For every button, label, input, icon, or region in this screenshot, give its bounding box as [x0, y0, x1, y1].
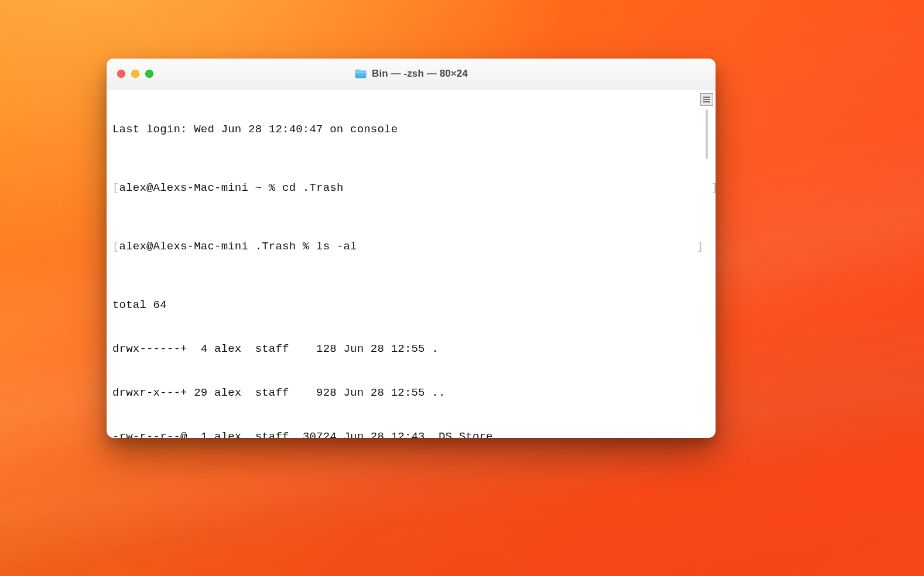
terminal-content[interactable]: Last login: Wed Jun 28 12:40:47 on conso… — [107, 90, 716, 438]
ls-row: drwxr-x---+ 29 alex staff 928 Jun 28 12:… — [112, 386, 710, 400]
command-line-1: [alex@Alexs-Mac-mini ~ % cd .Trash] — [112, 181, 710, 196]
bracket-left: [ — [112, 240, 119, 253]
terminal-output[interactable]: Last login: Wed Jun 28 12:40:47 on conso… — [112, 93, 710, 438]
typed-command: cd .Trash — [282, 181, 343, 194]
traffic-lights — [107, 70, 153, 78]
bracket-left: [ — [112, 181, 119, 194]
folder-icon — [354, 68, 367, 79]
prompt: alex@Alexs-Mac-mini .Trash % — [119, 240, 316, 253]
typed-command: ls -al — [316, 240, 357, 253]
window-title: Bin — -zsh — 80×24 — [372, 68, 468, 80]
scrollbar-menu-icon[interactable] — [700, 93, 713, 106]
window-title-area: Bin — -zsh — 80×24 — [107, 68, 716, 80]
zoom-button[interactable] — [145, 70, 153, 78]
scrollbar-thumb[interactable] — [706, 109, 708, 159]
minimize-button[interactable] — [131, 70, 139, 78]
ls-total: total 64 — [112, 298, 710, 313]
ls-row: drwx------+ 4 alex staff 128 Jun 28 12:5… — [112, 342, 710, 356]
close-button[interactable] — [117, 70, 125, 78]
last-login-line: Last login: Wed Jun 28 12:40:47 on conso… — [112, 122, 710, 137]
prompt: alex@Alexs-Mac-mini ~ % — [119, 181, 282, 194]
desktop-background: Bin — -zsh — 80×24 Last login: Wed Jun 2… — [0, 0, 924, 576]
terminal-window: Bin — -zsh — 80×24 Last login: Wed Jun 2… — [107, 59, 716, 438]
ls-row: -rw-r--r--@ 1 alex staff 30724 Jun 28 12… — [112, 430, 710, 438]
scrollbar-track[interactable] — [700, 93, 713, 435]
command-line-2: [alex@Alexs-Mac-mini .Trash % ls -al] — [112, 239, 710, 254]
window-titlebar[interactable]: Bin — -zsh — 80×24 — [107, 59, 716, 90]
